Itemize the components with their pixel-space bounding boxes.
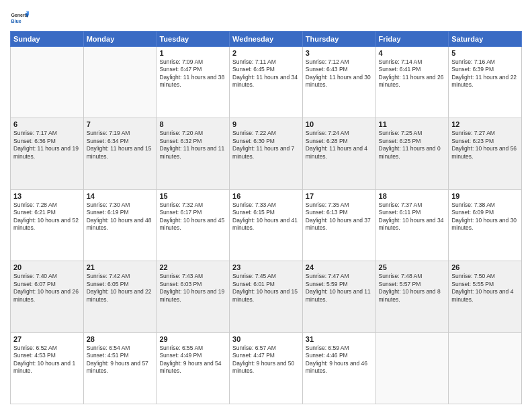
calendar-cell: 14Sunrise: 7:30 AM Sunset: 6:19 PM Dayli… [83, 189, 157, 261]
weekday-header: Saturday [449, 32, 522, 47]
calendar-cell: 26Sunrise: 7:50 AM Sunset: 5:55 PM Dayli… [449, 261, 522, 332]
day-number: 2 [232, 49, 300, 57]
day-number: 4 [379, 49, 446, 57]
calendar-cell: 11Sunrise: 7:25 AM Sunset: 6:25 PM Dayli… [375, 118, 449, 189]
svg-text:Blue: Blue [11, 19, 21, 24]
day-number: 15 [159, 192, 226, 200]
day-info: Sunrise: 7:48 AM Sunset: 5:57 PM Dayligh… [379, 273, 446, 304]
day-info: Sunrise: 7:42 AM Sunset: 6:05 PM Dayligh… [87, 273, 154, 304]
day-info: Sunrise: 7:09 AM Sunset: 6:47 PM Dayligh… [159, 58, 226, 89]
calendar-cell: 10Sunrise: 7:24 AM Sunset: 6:28 PM Dayli… [302, 118, 375, 189]
day-number: 5 [451, 49, 519, 57]
day-number: 31 [306, 335, 373, 343]
calendar-week-row: 1Sunrise: 7:09 AM Sunset: 6:47 PM Daylig… [11, 47, 522, 118]
weekday-header: Sunday [11, 32, 84, 47]
calendar-cell: 22Sunrise: 7:43 AM Sunset: 6:03 PM Dayli… [157, 261, 230, 332]
day-number: 8 [159, 120, 226, 128]
weekday-header: Tuesday [157, 32, 230, 47]
calendar-week-row: 27Sunrise: 6:52 AM Sunset: 4:53 PM Dayli… [11, 332, 522, 404]
day-info: Sunrise: 7:37 AM Sunset: 6:11 PM Dayligh… [379, 201, 446, 232]
day-info: Sunrise: 6:54 AM Sunset: 4:51 PM Dayligh… [87, 345, 154, 375]
day-info: Sunrise: 7:27 AM Sunset: 6:23 PM Dayligh… [451, 130, 519, 161]
day-info: Sunrise: 7:17 AM Sunset: 6:36 PM Dayligh… [13, 130, 81, 161]
calendar-cell: 25Sunrise: 7:48 AM Sunset: 5:57 PM Dayli… [375, 261, 449, 332]
day-info: Sunrise: 6:52 AM Sunset: 4:53 PM Dayligh… [13, 345, 81, 375]
calendar-cell: 29Sunrise: 6:55 AM Sunset: 4:49 PM Dayli… [157, 332, 230, 404]
day-number: 26 [451, 263, 519, 271]
day-info: Sunrise: 7:24 AM Sunset: 6:28 PM Dayligh… [306, 130, 373, 161]
calendar-cell: 16Sunrise: 7:33 AM Sunset: 6:15 PM Dayli… [230, 189, 303, 261]
day-info: Sunrise: 7:47 AM Sunset: 5:59 PM Dayligh… [306, 273, 373, 304]
calendar-cell: 27Sunrise: 6:52 AM Sunset: 4:53 PM Dayli… [11, 332, 84, 404]
calendar-cell: 24Sunrise: 7:47 AM Sunset: 5:59 PM Dayli… [302, 261, 375, 332]
calendar-cell: 7Sunrise: 7:19 AM Sunset: 6:34 PM Daylig… [83, 118, 157, 189]
day-number: 24 [306, 263, 373, 271]
day-number: 14 [87, 192, 154, 200]
calendar-cell: 19Sunrise: 7:38 AM Sunset: 6:09 PM Dayli… [449, 189, 522, 261]
day-number: 17 [306, 192, 373, 200]
day-info: Sunrise: 7:43 AM Sunset: 6:03 PM Dayligh… [159, 273, 226, 304]
day-number: 7 [87, 120, 154, 128]
calendar-cell: 30Sunrise: 6:57 AM Sunset: 4:47 PM Dayli… [230, 332, 303, 404]
day-info: Sunrise: 7:22 AM Sunset: 6:30 PM Dayligh… [232, 130, 300, 161]
day-info: Sunrise: 6:59 AM Sunset: 4:46 PM Dayligh… [306, 345, 373, 375]
day-number: 11 [379, 120, 446, 128]
calendar-cell: 13Sunrise: 7:28 AM Sunset: 6:21 PM Dayli… [11, 189, 84, 261]
header: General Blue [10, 7, 522, 28]
calendar-cell: 1Sunrise: 7:09 AM Sunset: 6:47 PM Daylig… [157, 47, 230, 118]
calendar-cell: 2Sunrise: 7:11 AM Sunset: 6:45 PM Daylig… [230, 47, 303, 118]
calendar-table: SundayMondayTuesdayWednesdayThursdayFrid… [10, 31, 522, 404]
calendar-cell: 28Sunrise: 6:54 AM Sunset: 4:51 PM Dayli… [83, 332, 157, 404]
weekday-header: Monday [83, 32, 157, 47]
day-number: 25 [379, 263, 446, 271]
weekday-header: Friday [375, 32, 449, 47]
calendar-cell: 31Sunrise: 6:59 AM Sunset: 4:46 PM Dayli… [302, 332, 375, 404]
day-info: Sunrise: 7:14 AM Sunset: 6:41 PM Dayligh… [379, 58, 446, 89]
day-info: Sunrise: 7:38 AM Sunset: 6:09 PM Dayligh… [451, 201, 519, 232]
day-info: Sunrise: 7:11 AM Sunset: 6:45 PM Dayligh… [232, 58, 300, 89]
day-info: Sunrise: 7:33 AM Sunset: 6:15 PM Dayligh… [232, 201, 300, 232]
day-number: 23 [232, 263, 300, 271]
day-number: 6 [13, 120, 81, 128]
calendar-cell [375, 332, 449, 404]
day-info: Sunrise: 7:32 AM Sunset: 6:17 PM Dayligh… [159, 201, 226, 232]
day-info: Sunrise: 7:35 AM Sunset: 6:13 PM Dayligh… [306, 201, 373, 232]
calendar-cell: 5Sunrise: 7:16 AM Sunset: 6:39 PM Daylig… [449, 47, 522, 118]
day-info: Sunrise: 7:20 AM Sunset: 6:32 PM Dayligh… [159, 130, 226, 161]
calendar-cell: 17Sunrise: 7:35 AM Sunset: 6:13 PM Dayli… [302, 189, 375, 261]
day-number: 30 [232, 335, 300, 343]
day-info: Sunrise: 7:50 AM Sunset: 5:55 PM Dayligh… [451, 273, 519, 304]
day-info: Sunrise: 7:28 AM Sunset: 6:21 PM Dayligh… [13, 201, 81, 232]
day-info: Sunrise: 6:55 AM Sunset: 4:49 PM Dayligh… [159, 345, 226, 375]
day-number: 27 [13, 335, 81, 343]
day-number: 22 [159, 263, 226, 271]
calendar-week-row: 20Sunrise: 7:40 AM Sunset: 6:07 PM Dayli… [11, 261, 522, 332]
calendar-header-row: SundayMondayTuesdayWednesdayThursdayFrid… [11, 32, 522, 47]
calendar-cell [83, 47, 157, 118]
day-number: 18 [379, 192, 446, 200]
calendar-cell: 12Sunrise: 7:27 AM Sunset: 6:23 PM Dayli… [449, 118, 522, 189]
day-info: Sunrise: 7:12 AM Sunset: 6:43 PM Dayligh… [306, 58, 373, 89]
calendar-cell: 3Sunrise: 7:12 AM Sunset: 6:43 PM Daylig… [302, 47, 375, 118]
calendar-cell: 21Sunrise: 7:42 AM Sunset: 6:05 PM Dayli… [83, 261, 157, 332]
day-number: 29 [159, 335, 226, 343]
calendar-cell: 6Sunrise: 7:17 AM Sunset: 6:36 PM Daylig… [11, 118, 84, 189]
day-number: 16 [232, 192, 300, 200]
day-number: 28 [87, 335, 154, 343]
calendar-cell: 8Sunrise: 7:20 AM Sunset: 6:32 PM Daylig… [157, 118, 230, 189]
calendar-cell: 18Sunrise: 7:37 AM Sunset: 6:11 PM Dayli… [375, 189, 449, 261]
calendar-cell [11, 47, 84, 118]
calendar-week-row: 6Sunrise: 7:17 AM Sunset: 6:36 PM Daylig… [11, 118, 522, 189]
day-number: 9 [232, 120, 300, 128]
calendar-cell: 15Sunrise: 7:32 AM Sunset: 6:17 PM Dayli… [157, 189, 230, 261]
calendar-cell: 23Sunrise: 7:45 AM Sunset: 6:01 PM Dayli… [230, 261, 303, 332]
day-info: Sunrise: 7:25 AM Sunset: 6:25 PM Dayligh… [379, 130, 446, 161]
calendar-cell: 4Sunrise: 7:14 AM Sunset: 6:41 PM Daylig… [375, 47, 449, 118]
calendar-cell [449, 332, 522, 404]
day-number: 10 [306, 120, 373, 128]
day-info: Sunrise: 7:16 AM Sunset: 6:39 PM Dayligh… [451, 58, 519, 89]
day-number: 12 [451, 120, 519, 128]
calendar-cell: 20Sunrise: 7:40 AM Sunset: 6:07 PM Dayli… [11, 261, 84, 332]
day-info: Sunrise: 7:30 AM Sunset: 6:19 PM Dayligh… [87, 201, 154, 232]
day-number: 1 [159, 49, 226, 57]
